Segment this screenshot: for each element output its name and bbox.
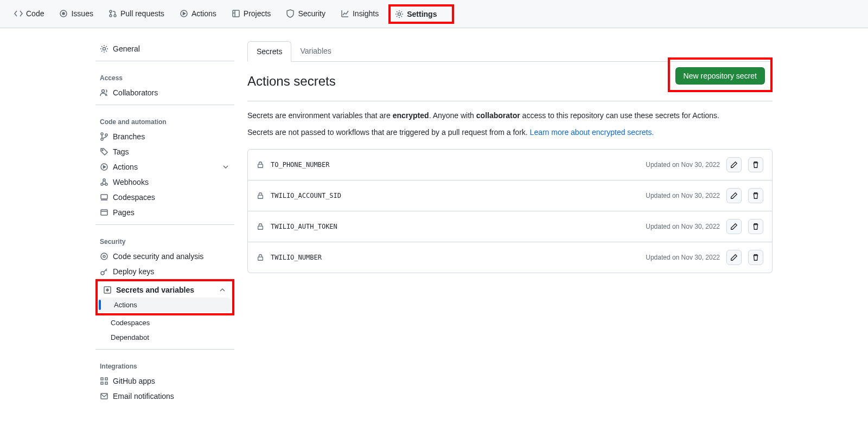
svg-rect-30 [258,195,263,198]
issue-icon [59,9,68,18]
play-icon [100,163,108,171]
new-secret-button[interactable]: New repository secret [675,67,765,85]
tab-label: Pull requests [120,9,164,18]
sidebar-label: Actions [113,163,138,171]
codespaces-icon [100,193,108,202]
secret-updated: Updated on Nov 30, 2022 [646,254,720,261]
secret-name: TWILIO_AUTH_TOKEN [271,223,337,230]
tab-code[interactable]: Code [9,5,49,23]
highlight-box: Secrets and variables Actions [95,279,234,315]
edit-button[interactable] [726,188,742,203]
sidebar-collaborators[interactable]: Collaborators [95,85,234,100]
edit-button[interactable] [726,219,742,234]
sidebar-general[interactable]: General [95,41,234,56]
key-icon [100,267,108,276]
svg-rect-31 [258,226,263,229]
webhook-icon [100,178,108,186]
sidebar-github-apps[interactable]: GitHub apps [95,373,234,389]
sidebar-label: GitHub apps [113,377,155,385]
tab-label: Projects [244,9,271,18]
pencil-icon [730,192,738,199]
lock-icon [257,192,264,199]
tab-variables[interactable]: Variables [291,41,340,61]
sidebar-label: Branches [113,132,145,141]
delete-button[interactable] [748,250,763,265]
settings-sidebar: General Access Collaborators Code and au… [95,41,234,404]
branch-icon [100,132,108,141]
shield-icon [286,9,295,18]
svg-point-9 [102,90,105,93]
secret-updated: Updated on Nov 30, 2022 [646,161,720,169]
lock-icon [257,254,264,261]
divider [95,224,234,225]
sidebar-code-security[interactable]: Code security and analysis [95,249,234,264]
tab-label: Insights [353,9,379,18]
sidebar-sv-actions[interactable]: Actions [99,298,231,312]
secret-name: TWILIO_ACCOUNT_SID [271,192,341,199]
trash-icon [752,192,760,199]
delete-button[interactable] [748,219,763,234]
sidebar-deploy-keys[interactable]: Deploy keys [95,264,234,279]
sidebar-codespaces[interactable]: Codespaces [95,190,234,205]
sidebar-tags[interactable]: Tags [95,144,234,159]
edit-button[interactable] [726,250,742,265]
sidebar-webhooks[interactable]: Webhooks [95,175,234,190]
tag-icon [100,147,108,156]
description: Secrets are environment variables that a… [247,101,773,143]
pencil-icon [730,254,738,261]
tab-label: Settings [407,10,437,18]
graph-icon [341,9,349,18]
tab-insights[interactable]: Insights [335,5,384,23]
svg-point-4 [114,15,116,17]
chevron-up-icon [218,286,227,294]
divider [95,61,234,61]
svg-rect-29 [258,164,263,167]
browser-icon [100,208,108,217]
svg-rect-26 [101,382,103,384]
page-header: Actions secrets New repository secret [247,62,773,101]
page-title: Actions secrets [247,74,336,89]
svg-point-7 [398,12,401,15]
sidebar-actions[interactable]: Actions [95,159,234,175]
pencil-icon [730,223,738,230]
delete-button[interactable] [748,188,763,203]
secret-updated: Updated on Nov 30, 2022 [646,192,720,199]
svg-point-17 [105,183,107,185]
secret-name: TWILIO_NUMBER [271,254,322,261]
tab-secrets[interactable]: Secrets [247,41,291,62]
delete-button[interactable] [748,157,763,172]
sidebar-branches[interactable]: Branches [95,129,234,144]
divider [95,105,234,105]
sidebar-sv-codespaces[interactable]: Codespaces [95,315,234,330]
trash-icon [752,161,760,169]
sidebar-pages[interactable]: Pages [95,205,234,220]
tab-label: Code [26,9,44,18]
gear-icon [395,10,404,18]
svg-rect-32 [258,257,263,260]
secret-row: TO_PHONE_NUMBER Updated on Nov 30, 2022 [248,150,772,180]
tab-actions[interactable]: Actions [174,5,222,23]
secret-row: TWILIO_ACCOUNT_SID Updated on Nov 30, 20… [248,180,772,211]
tab-security[interactable]: Security [280,5,331,23]
group-security: Security [95,229,234,249]
tab-issues[interactable]: Issues [54,5,98,23]
svg-point-8 [103,48,106,50]
projects-icon [232,9,240,18]
tab-projects[interactable]: Projects [226,5,277,23]
svg-point-1 [62,12,65,15]
sidebar-email-notif[interactable]: Email notifications [95,389,234,404]
lock-icon [257,223,264,230]
trash-icon [752,223,760,230]
secret-name: TO_PHONE_NUMBER [271,161,329,169]
sidebar-sv-dependabot[interactable]: Dependabot [95,330,234,345]
pencil-icon [730,161,738,169]
tab-settings[interactable]: Settings [388,4,454,24]
divider [95,349,234,350]
learn-more-link[interactable]: Learn more about encrypted secrets. [530,128,654,137]
svg-rect-19 [101,210,107,215]
sidebar-secrets-variables[interactable]: Secrets and variables [99,282,231,298]
tab-pulls[interactable]: Pull requests [103,5,170,23]
edit-button[interactable] [726,157,742,172]
sidebar-label: Codespaces [113,193,155,202]
sidebar-label: Secrets and variables [116,286,194,294]
